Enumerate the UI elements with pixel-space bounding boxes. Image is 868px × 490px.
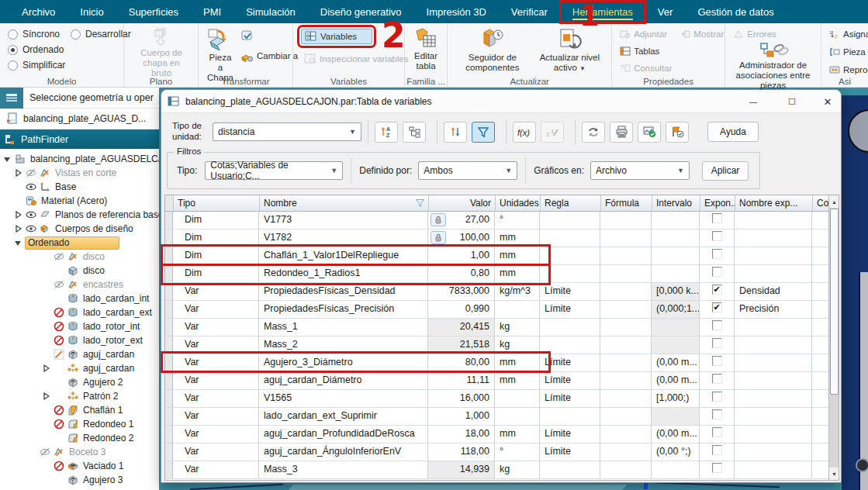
cell-formula[interactable] (600, 354, 652, 371)
expand-arrow-icon[interactable] (3, 155, 11, 163)
tree-item-encastres[interactable]: encastres (0, 278, 159, 292)
cell-comentario[interactable] (812, 461, 830, 478)
adjuntar-button[interactable]: Adjuntar (617, 26, 675, 42)
cell-comentario[interactable] (812, 443, 830, 461)
cell-nombre[interactable]: Mass_3 (259, 461, 428, 478)
export-checkbox[interactable] (712, 427, 722, 437)
cell-intervalo[interactable]: (0,00 m... (652, 426, 700, 443)
expand-arrow-icon[interactable] (14, 169, 22, 177)
export-checkbox[interactable] (712, 338, 722, 348)
radio-sincrono[interactable]: Síncrono (8, 26, 60, 42)
cell-nombre-expuesto[interactable] (735, 265, 812, 282)
export-checkbox[interactable] (712, 356, 722, 366)
cell-regla[interactable] (540, 461, 600, 478)
3d-viewport[interactable] (842, 88, 868, 490)
cell-comentario[interactable] (812, 283, 830, 300)
cell-nombre[interactable]: lado_cardan_ext_Suprimir (259, 408, 428, 425)
cell-unidades[interactable]: mm (495, 247, 540, 264)
export-checkbox[interactable] (712, 463, 722, 473)
row-header[interactable] (165, 408, 173, 425)
tablas-button[interactable]: Tablas (617, 43, 675, 59)
row-header[interactable] (165, 461, 173, 478)
cell-unidades[interactable]: mm (495, 229, 540, 247)
cell-nombre[interactable]: aguj_cardan_ÁnguloInferiorEnV (259, 443, 428, 461)
cell-intervalo[interactable]: [0,000 k... (652, 283, 700, 300)
document-tab[interactable]: balancing_plate_AGUAS_D... (0, 109, 159, 129)
column-header-nombre[interactable]: Nombre (260, 195, 429, 211)
cell-comentario[interactable] (812, 426, 830, 443)
cell-tipo[interactable]: Dim (173, 229, 259, 247)
cell-regla[interactable] (540, 265, 600, 282)
cell-tipo[interactable]: Var (173, 319, 259, 336)
cell-regla[interactable]: Límite (540, 283, 600, 300)
cell-unidades[interactable]: kg (495, 319, 540, 336)
cell-valor[interactable]: 21,518 (428, 336, 495, 354)
export-checkbox[interactable] (712, 213, 722, 223)
cell-intervalo[interactable]: (0,00 m... (652, 372, 700, 389)
cell-comentario[interactable] (812, 336, 830, 354)
cell-nombre-expuesto[interactable] (735, 408, 812, 425)
cell-regla[interactable] (540, 212, 600, 229)
cell-valor[interactable]: 1,00 (428, 247, 495, 264)
cell-unidades[interactable] (495, 408, 540, 425)
cell-nombre-expuesto[interactable] (735, 461, 812, 478)
cell-valor[interactable]: 20,415 (428, 319, 495, 336)
column-header-expon-[interactable]: Expon... (700, 195, 735, 211)
cell-intervalo[interactable] (652, 265, 700, 282)
cell-unidades[interactable] (495, 301, 540, 318)
radio-desarrollar[interactable]: Desarrollar (71, 26, 131, 42)
row-header[interactable] (165, 354, 173, 371)
tree-item-aguj-cardan[interactable]: aguj_cardan (0, 347, 159, 361)
menu-pmi[interactable]: PMI (192, 2, 232, 22)
cell-intervalo[interactable] (652, 229, 700, 247)
cell-nombre[interactable]: Mass_2 (259, 336, 428, 354)
cell-nombre-expuesto[interactable] (735, 443, 812, 461)
pieza-a-button[interactable]: Pieza a (826, 44, 863, 60)
cell-valor[interactable]: 27,00 (428, 212, 495, 229)
radio-simplificar[interactable]: Simplificar (8, 57, 119, 73)
maximize-button[interactable]: ☐ (780, 92, 804, 111)
row-header[interactable] (165, 247, 173, 264)
cell-nombre[interactable]: Mass_1 (259, 319, 428, 336)
cell-unidades[interactable] (495, 390, 540, 407)
help-button[interactable]: Ayuda (707, 122, 759, 142)
export-checkbox[interactable] (712, 409, 722, 419)
unit-type-dropdown[interactable]: distancia▼ (213, 122, 361, 141)
row-header[interactable] (165, 212, 173, 229)
tree-item-material-acero-[interactable]: Material (Acero) (0, 194, 159, 208)
cell-tipo[interactable]: Dim (173, 247, 259, 264)
tree-item-lado-rotor-int[interactable]: lado_rotor_int (0, 319, 159, 333)
scroll-down-arrow[interactable]: ▼ (829, 468, 839, 480)
cell-valor[interactable]: 0,80 (428, 265, 495, 282)
filter-graficos-dropdown[interactable]: Archivo▼ (590, 161, 690, 180)
flag-check-button[interactable] (666, 122, 689, 143)
tree-item-redondeo-2[interactable]: Redondeo 2 (0, 431, 159, 445)
row-header[interactable] (165, 426, 173, 443)
lock-icon[interactable] (431, 213, 446, 226)
export-checkbox[interactable] (712, 231, 722, 241)
cell-formula[interactable] (600, 372, 652, 389)
pathfinder-header[interactable]: PathFinder (0, 129, 159, 149)
menu-simulaci-n[interactable]: Simulación (235, 2, 306, 22)
menu-verificar[interactable]: Verificar (500, 2, 558, 22)
expand-arrow-icon[interactable] (14, 211, 22, 219)
tree-item-lado-cardan-ext[interactable]: lado_cardan_ext (0, 305, 159, 319)
cell-intervalo[interactable]: (0,00 m... (652, 354, 700, 371)
tree-item-lado-cardan-int[interactable]: lado_cardan_int (0, 292, 159, 305)
filter-button[interactable] (472, 122, 495, 143)
cell-valor[interactable]: 0,990 (428, 301, 495, 318)
actualizar-nivel-activo-button[interactable]: Actualizar nivel activo ▼ (533, 26, 607, 74)
cell-unidades[interactable]: kg (495, 461, 540, 478)
cell-nombre-expuesto[interactable] (735, 426, 812, 443)
menu-ver[interactable]: Ver (647, 2, 684, 22)
cell-nombre[interactable]: V1565 (259, 390, 428, 407)
cell-nombre-expuesto[interactable] (735, 229, 812, 247)
scroll-up-arrow[interactable]: ▲ (829, 195, 839, 208)
filter-definido-dropdown[interactable]: Ambos▼ (418, 161, 517, 180)
cell-regla[interactable] (540, 319, 600, 336)
cell-intervalo[interactable]: [1,000;) (652, 390, 700, 407)
reorder-button[interactable] (444, 122, 467, 143)
cell-valor[interactable]: 14,939 (428, 461, 495, 478)
tree-item-disco[interactable]: disco (0, 264, 159, 278)
cell-formula[interactable] (600, 390, 652, 407)
